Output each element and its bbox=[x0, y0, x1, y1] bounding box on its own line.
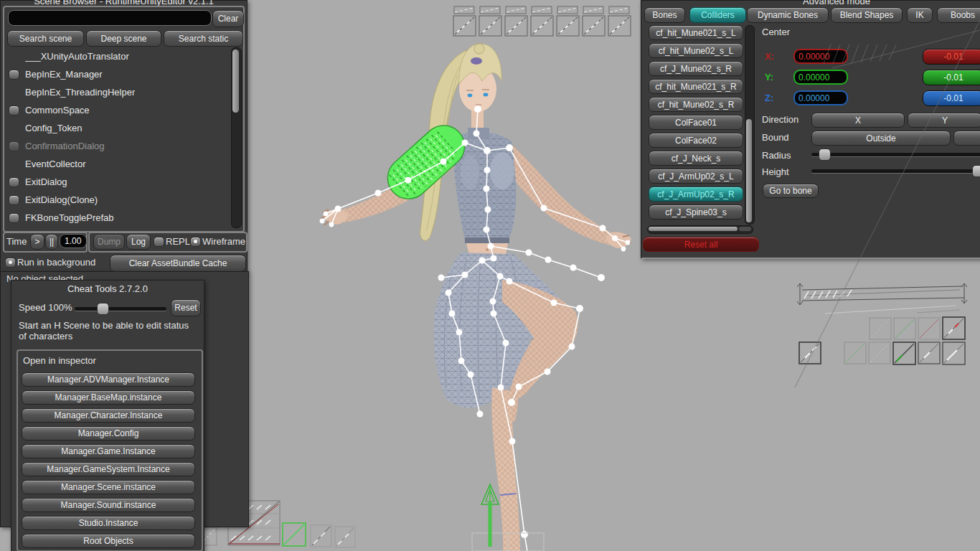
center-axis-row-z: Z:-0.01 bbox=[641, 90, 980, 108]
scene-browser-window: Scene Browser - RuntimeUnityEditor v2.1.… bbox=[0, 0, 248, 273]
tab-dynamic-bones[interactable]: Dynamic Bones bbox=[747, 7, 829, 23]
axis-step-button[interactable]: -0.01 bbox=[923, 90, 980, 106]
inspector-button[interactable]: Manager.Config bbox=[22, 426, 195, 441]
tree-item[interactable]: BepInEx_ThreadingHelper bbox=[4, 83, 230, 101]
tree-item-checkbox[interactable] bbox=[9, 213, 19, 223]
axis-step-button[interactable]: -0.01 bbox=[923, 70, 980, 85]
tree-item-checkbox[interactable] bbox=[9, 195, 19, 205]
tree-item-label: CommonSpace bbox=[25, 105, 90, 116]
search-input[interactable] bbox=[8, 10, 212, 26]
play-button[interactable]: > bbox=[30, 234, 44, 250]
tree-item[interactable]: FKBoneTogglePrefab bbox=[4, 209, 230, 227]
tab-bones[interactable]: Bones bbox=[644, 7, 685, 23]
inspector-button[interactable]: Manager.GameSystem.Instance bbox=[22, 462, 195, 476]
axis-value-input[interactable] bbox=[793, 49, 848, 64]
tree-item-label: BepInEx_Manager bbox=[25, 69, 103, 80]
collider-button[interactable]: cf_J_Spine03_s bbox=[649, 204, 743, 220]
inspector-button[interactable]: Manager.Character.Instance bbox=[22, 408, 195, 423]
axis-label: X: bbox=[765, 51, 774, 62]
collider-list-hscrollbar-thumb[interactable] bbox=[649, 227, 738, 231]
pause-button[interactable]: || bbox=[45, 234, 58, 250]
advanced-mode-title: Advanced mode bbox=[803, 0, 870, 6]
tab-colliders[interactable]: Colliders bbox=[689, 7, 746, 23]
inspector-button[interactable]: Manager.ADVManager.Instance bbox=[22, 372, 195, 387]
clear-search-button[interactable]: Clear bbox=[212, 10, 244, 27]
wireframe-checkbox[interactable] bbox=[190, 237, 201, 247]
tab-ik[interactable]: IK bbox=[907, 7, 933, 23]
tree-item[interactable]: EventCollector bbox=[4, 155, 230, 173]
axis-value-input[interactable] bbox=[793, 90, 848, 105]
log-button[interactable]: Log bbox=[126, 234, 151, 250]
tree-item[interactable]: CommonSpace bbox=[4, 101, 230, 119]
collider-list-hscrollbar[interactable] bbox=[647, 225, 753, 234]
app-root: Scene Browser - RuntimeUnityEditor v2.1.… bbox=[0, 0, 980, 551]
scene-tree-scrollbar[interactable] bbox=[231, 47, 242, 228]
direction-x-button[interactable]: X bbox=[811, 113, 905, 128]
axis-label: Y: bbox=[765, 72, 773, 83]
search-button-search-static[interactable]: Search static bbox=[164, 30, 243, 47]
tree-item-label: ConfirmationDialog bbox=[25, 141, 105, 151]
bound-label: Bound bbox=[762, 132, 789, 143]
go-to-bone-button[interactable]: Go to bone bbox=[763, 184, 819, 198]
collider-button[interactable]: ColFace02 bbox=[649, 133, 743, 148]
radius-slider-thumb[interactable] bbox=[819, 149, 831, 161]
speed-slider[interactable] bbox=[75, 307, 166, 311]
search-button-deep-scene[interactable]: Deep scene bbox=[86, 30, 161, 47]
direction-y-button[interactable]: Y bbox=[908, 113, 980, 128]
tree-item-checkbox[interactable] bbox=[9, 70, 19, 80]
tree-item[interactable]: ExitDialog(Clone) bbox=[4, 191, 230, 209]
tree-item-checkbox[interactable] bbox=[9, 141, 19, 151]
collider-list-hscrollbar-end[interactable] bbox=[739, 227, 751, 231]
tree-item-label: ExitDialog bbox=[25, 176, 67, 187]
tree-item-checkbox[interactable] bbox=[9, 105, 19, 116]
tree-item[interactable]: Config_Token bbox=[4, 119, 230, 137]
advanced-mode-panel: Advanced mode BonesCollidersDynamic Bone… bbox=[641, 0, 980, 259]
speed-label: Speed 100% bbox=[19, 302, 72, 313]
axis-step-button[interactable]: -0.01 bbox=[923, 49, 980, 65]
tree-item-label: BepInEx_ThreadingHelper bbox=[25, 87, 135, 98]
radius-label: Radius bbox=[762, 150, 791, 161]
inspector-button[interactable]: Studio.Instance bbox=[22, 516, 195, 530]
time-scale-input[interactable] bbox=[60, 234, 87, 248]
height-label: Height bbox=[762, 166, 789, 177]
radius-slider[interactable] bbox=[811, 153, 980, 156]
scene-tree-scrollbar-thumb[interactable] bbox=[232, 50, 239, 113]
collider-button[interactable]: cf_hit_Mune021_s_L bbox=[649, 25, 743, 40]
search-button-search-scene[interactable]: Search scene bbox=[7, 30, 84, 47]
clear-assetbundle-cache-button[interactable]: Clear AssetBundle Cache bbox=[110, 255, 246, 272]
repl-label: REPL bbox=[166, 236, 190, 247]
tab-blend-shapes[interactable]: Blend Shapes bbox=[831, 7, 903, 23]
reset-all-button[interactable]: Reset all bbox=[643, 237, 759, 252]
height-slider-thumb[interactable] bbox=[972, 165, 980, 177]
collider-button[interactable]: cf_J_ArmUp02_s_L bbox=[649, 169, 743, 184]
tab-boobs[interactable]: Boobs bbox=[937, 7, 980, 23]
speed-reset-button[interactable]: Reset bbox=[171, 299, 201, 316]
axis-label: Z: bbox=[765, 93, 773, 103]
repl-checkbox[interactable] bbox=[154, 237, 164, 247]
tree-item-label: Config_Token bbox=[25, 123, 83, 133]
collider-button[interactable]: cf_J_Neck_s bbox=[649, 151, 743, 166]
tree-item[interactable]: ___XUnityAutoTranslator bbox=[4, 47, 230, 65]
tree-item-checkbox[interactable] bbox=[9, 177, 19, 187]
inspector-button[interactable]: Manager.Scene.instance bbox=[22, 480, 195, 494]
tree-item-label: ExitDialog(Clone) bbox=[25, 194, 98, 205]
speed-slider-thumb[interactable] bbox=[97, 303, 109, 315]
bound-next-button[interactable] bbox=[953, 131, 980, 146]
cheat-tools-title: Cheat Tools 2.7.2.0 bbox=[11, 283, 204, 294]
hscene-hint-text: Start an H Scene to be able to edit stat… bbox=[19, 320, 197, 342]
inspector-button[interactable]: Manager.Sound.instance bbox=[22, 498, 195, 512]
collider-list-vscrollbar-thumb[interactable] bbox=[746, 119, 752, 222]
inspector-button[interactable]: Manager.Game.Instance bbox=[22, 444, 195, 458]
inspector-button[interactable]: Manager.BaseMap.instance bbox=[22, 390, 195, 405]
run-in-background-checkbox[interactable] bbox=[5, 258, 16, 268]
axis-value-input[interactable] bbox=[793, 70, 848, 85]
height-slider[interactable] bbox=[811, 169, 980, 173]
bound-outside-button[interactable]: Outside bbox=[811, 131, 951, 146]
tree-item[interactable]: ExitDialog bbox=[4, 173, 230, 191]
inspector-button[interactable]: Root Objects bbox=[22, 534, 195, 548]
collider-button[interactable]: cf_J_ArmUp02_s_R bbox=[649, 187, 743, 202]
tree-item[interactable]: ConfirmationDialog bbox=[4, 137, 230, 155]
collider-button[interactable]: ColFace01 bbox=[649, 115, 743, 130]
tree-item[interactable]: BepInEx_Manager bbox=[4, 65, 230, 83]
dump-button: Dump bbox=[93, 234, 125, 250]
